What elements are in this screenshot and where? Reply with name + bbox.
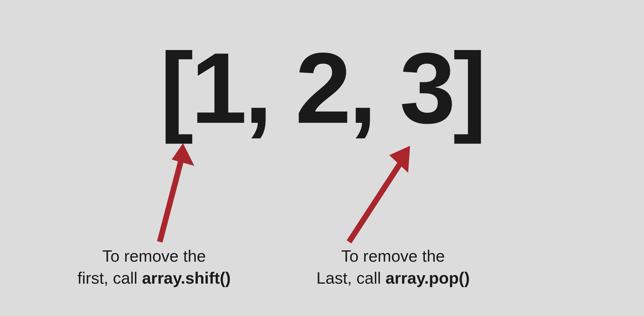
caption-pop-method: array.pop() xyxy=(386,269,470,287)
caption-shift-method: array.shift() xyxy=(142,269,230,287)
svg-marker-1 xyxy=(172,143,194,166)
caption-pop-line1: To remove the xyxy=(341,247,445,265)
caption-shift-line1: To remove the xyxy=(102,247,206,265)
caption-shift: To remove the first, call array.shift() xyxy=(57,245,252,289)
caption-shift-line2-prefix: first, call xyxy=(77,269,142,287)
arrow-shift-icon xyxy=(157,138,194,245)
svg-line-2 xyxy=(349,161,402,242)
caption-pop-line2-prefix: Last, call xyxy=(316,269,386,287)
array-literal: [1, 2, 3] xyxy=(0,38,644,138)
arrow-pop-icon xyxy=(336,138,418,245)
caption-pop: To remove the Last, call array.pop() xyxy=(296,245,491,289)
svg-line-0 xyxy=(160,160,181,242)
